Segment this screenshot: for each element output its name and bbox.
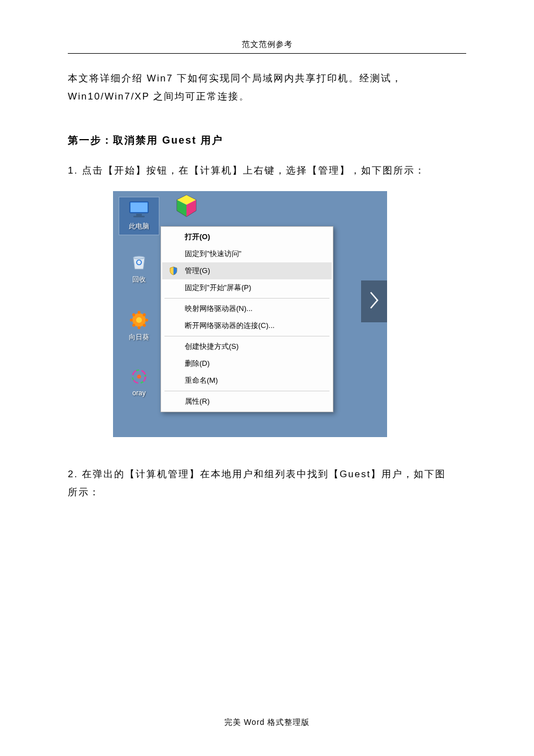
svg-point-17 xyxy=(132,324,135,327)
page-header: 范文范例参考 xyxy=(68,40,466,54)
svg-point-11 xyxy=(137,311,140,314)
chevron-right-icon xyxy=(368,290,380,313)
menu-separator xyxy=(164,336,329,336)
desktop-icon-cube[interactable] xyxy=(170,196,203,218)
svg-rect-1 xyxy=(131,202,147,212)
desktop-icon-recycle-bin[interactable]: 回收 xyxy=(122,252,156,284)
svg-point-16 xyxy=(143,313,146,316)
slideshow-next-overlay[interactable] xyxy=(361,280,387,322)
svg-point-15 xyxy=(132,313,135,316)
menu-item-disconnect-drive[interactable]: 断开网络驱动器的连接(C)... xyxy=(162,317,332,334)
cube-icon xyxy=(175,196,198,216)
page-footer: 完美 Word 格式整理版 xyxy=(0,718,534,728)
svg-rect-3 xyxy=(133,216,145,218)
menu-item-create-shortcut[interactable]: 创建快捷方式(S) xyxy=(162,338,332,355)
desktop-icon-this-pc[interactable]: 此电脑 xyxy=(122,199,156,231)
menu-item-rename[interactable]: 重命名(M) xyxy=(162,372,332,389)
menu-item-pin-start[interactable]: 固定到"开始"屏幕(P) xyxy=(162,279,332,296)
recycle-bin-icon xyxy=(127,252,151,273)
monitor-icon xyxy=(127,199,151,219)
intro-paragraph: 本文将详细介绍 Win7 下如何实现同个局域网内共享打印机。经测试， Win10… xyxy=(68,70,466,106)
desktop-icon-label: 向日葵 xyxy=(122,332,156,342)
svg-point-14 xyxy=(145,318,148,321)
context-menu: 打开(O) 固定到"快速访问" 管理(G) 固定到"开始"屏幕(P) 映射网络驱… xyxy=(160,226,333,412)
intro-line-2: Win10/Win7/XP 之间均可正常连接。 xyxy=(68,91,250,102)
menu-item-map-drive[interactable]: 映射网络驱动器(N)... xyxy=(162,300,332,317)
svg-point-18 xyxy=(143,324,146,327)
desktop-icon-label: 回收 xyxy=(122,275,156,284)
menu-item-open[interactable]: 打开(O) xyxy=(162,228,332,245)
step2-instruction: 2. 在弹出的【计算机管理】在本地用户和组列表中找到【Guest】用户，如下图 … xyxy=(68,465,466,502)
embedded-screenshot: 此电脑 回收 xyxy=(113,191,387,437)
document-page: 范文范例参考 本文将详细介绍 Win7 下如何实现同个局域网内共享打印机。经测试… xyxy=(0,0,534,756)
svg-point-8 xyxy=(133,256,145,259)
header-title: 范文范例参考 xyxy=(242,40,293,49)
desktop-icon-sunflower[interactable]: 向日葵 xyxy=(122,310,156,342)
step2-line-2: 所示： xyxy=(68,487,100,498)
menu-item-delete[interactable]: 删除(D) xyxy=(162,355,332,372)
oray-icon xyxy=(127,366,151,387)
menu-separator xyxy=(164,298,329,299)
menu-item-properties[interactable]: 属性(R) xyxy=(162,393,332,410)
desktop-icon-label: 此电脑 xyxy=(122,222,156,231)
svg-point-12 xyxy=(137,326,140,329)
shield-icon xyxy=(169,266,178,275)
menu-item-pin-quick-access[interactable]: 固定到"快速访问" xyxy=(162,245,332,262)
desktop-icon-label: oray xyxy=(122,389,156,397)
footer-text: 完美 Word 格式整理版 xyxy=(224,718,310,727)
sunflower-icon xyxy=(127,310,151,330)
menu-item-manage[interactable]: 管理(G) xyxy=(162,262,332,279)
step1-instruction: 1. 点击【开始】按钮，在【计算机】上右键，选择【管理】，如下图所示： xyxy=(68,162,466,180)
desktop-icon-oray[interactable]: oray xyxy=(122,366,156,397)
svg-point-21 xyxy=(137,374,141,378)
svg-rect-2 xyxy=(136,214,142,215)
step1-title: 第一步：取消禁用 Guest 用户 xyxy=(68,133,466,147)
menu-item-label: 管理(G) xyxy=(185,266,210,275)
step2-line-1: 2. 在弹出的【计算机管理】在本地用户和组列表中找到【Guest】用户，如下图 xyxy=(68,469,446,479)
intro-line-1: 本文将详细介绍 Win7 下如何实现同个局域网内共享打印机。经测试， xyxy=(68,73,402,84)
svg-point-13 xyxy=(130,318,133,321)
svg-point-10 xyxy=(136,317,142,323)
menu-separator xyxy=(164,391,329,391)
